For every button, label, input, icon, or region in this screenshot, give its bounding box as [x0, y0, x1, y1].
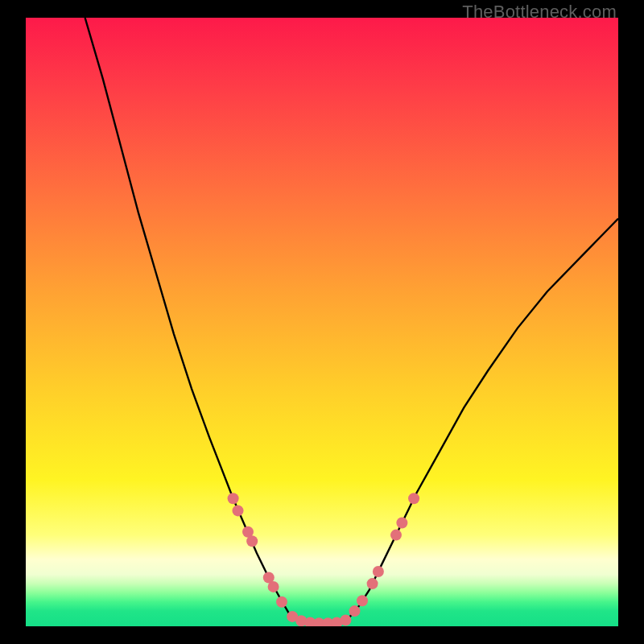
data-point-left-cluster-mid-2	[246, 535, 258, 547]
chart-svg	[26, 18, 618, 626]
data-point-valley-7	[340, 614, 351, 625]
data-point-right-cluster-top-1	[390, 530, 402, 541]
data-point-left-cluster-low-2	[268, 581, 279, 592]
data-points	[228, 493, 419, 626]
data-point-left-cluster-top-1	[228, 493, 239, 504]
data-point-right-cluster-top-2	[396, 518, 407, 529]
data-point-left-cluster-low-3	[276, 597, 287, 608]
outer-frame: TheBottleneck.com	[0, 0, 644, 644]
data-point-right-cluster-low-1	[349, 605, 361, 617]
data-point-right-cluster-mid-1	[367, 578, 378, 589]
data-point-right-cluster-low-2	[357, 595, 368, 606]
data-point-left-cluster-top-2	[233, 505, 244, 516]
plot-area	[26, 18, 618, 626]
data-point-right-cluster-mid-2	[373, 566, 384, 577]
data-point-right-cluster-top-3	[408, 493, 419, 504]
bottleneck-curve	[85, 18, 618, 623]
